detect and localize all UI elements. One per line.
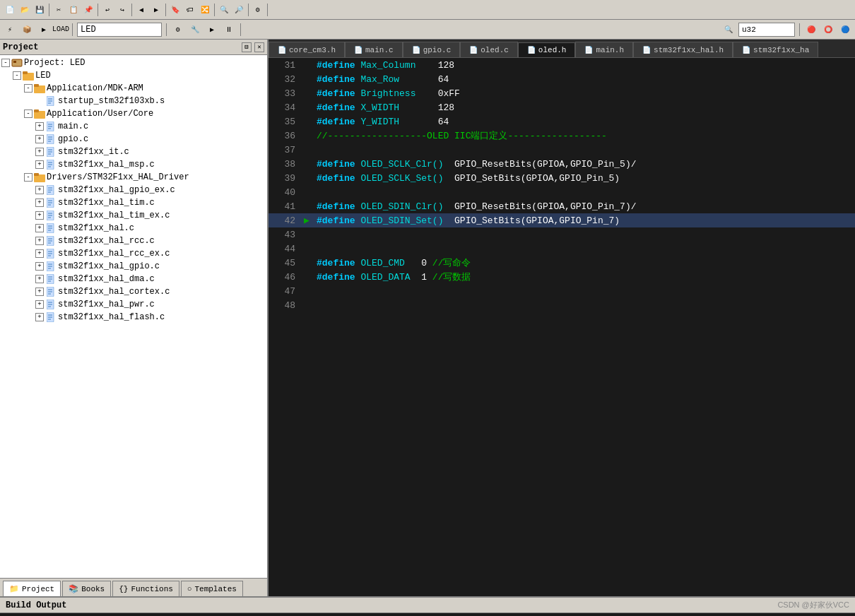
tb-icon-find2[interactable]: 🔎 — [232, 3, 246, 17]
tb2-load[interactable]: LOAD — [54, 23, 68, 37]
tb-icon-new[interactable]: 📄 — [3, 3, 17, 17]
macro-name: OLED_SDIN_Clr() — [360, 201, 443, 212]
code-line: 45#define OLED_CMD 0 //写命令 — [269, 256, 855, 270]
tree-collapse-btn[interactable]: - — [13, 71, 21, 80]
tb-icon-redo[interactable]: ↪ — [115, 3, 129, 17]
tree-expand-btn[interactable]: + — [35, 199, 44, 207]
tree-item[interactable]: +stm32f1xx_hal_rcc_ex.c — [1, 247, 266, 260]
editor-tab-stm32f1xx_ha[interactable]: 📄stm32f1xx_ha — [733, 42, 818, 57]
code-content[interactable]: 31#define Max_Column 12832#define Max_Ro… — [269, 58, 855, 596]
tb-icon-copy[interactable]: 📋 — [66, 3, 81, 17]
project-tab-templates[interactable]: ○Templates — [181, 581, 243, 596]
file-icon — [45, 134, 57, 144]
tree-collapse-btn[interactable]: - — [24, 84, 33, 93]
tb-icon-bookmark[interactable]: 🔖 — [168, 3, 182, 17]
build-content[interactable]: .\HARDWARE\OLED\oled.c(46): error: #20: … — [0, 613, 855, 616]
keyword-define: #define — [317, 60, 355, 71]
tree-item[interactable]: +stm32f1xx_hal_msp.c — [1, 158, 266, 171]
panel-close-btn[interactable]: ✕ — [254, 42, 264, 52]
tb-icon-undo[interactable]: ↩ — [100, 3, 114, 17]
tree-expand-btn[interactable]: + — [35, 224, 44, 232]
tree-expand-btn[interactable]: + — [35, 122, 44, 131]
tb2-debug3[interactable]: ▶ — [205, 23, 219, 37]
tree-item[interactable]: +main.c — [1, 120, 266, 133]
tree-item[interactable]: +stm32f1xx_hal_flash.c — [1, 311, 266, 324]
tree-collapse-btn[interactable]: - — [1, 59, 10, 67]
file-icon — [45, 147, 57, 157]
tree-collapse-btn[interactable]: - — [24, 109, 33, 118]
project-tab-functions[interactable]: {}Functions — [112, 581, 179, 596]
editor-tab-core_cm3_h[interactable]: 📄core_cm3.h — [269, 42, 345, 57]
tree-item[interactable]: +stm32f1xx_it.c — [1, 146, 266, 158]
tb2-icon2[interactable]: 📦 — [20, 23, 34, 37]
tb2-debug2[interactable]: 🔧 — [188, 23, 202, 37]
tree-item[interactable]: +stm32f1xx_hal_cortex.c — [1, 285, 266, 298]
tree-item[interactable]: +stm32f1xx_hal_gpio_ex.c — [1, 184, 266, 196]
tb2-icon1[interactable]: ⚡ — [3, 23, 17, 37]
editor-tab-stm32f1xx_hal_h[interactable]: 📄stm32f1xx_hal.h — [633, 42, 733, 57]
tree-item[interactable]: +stm32f1xx_hal_gpio.c — [1, 260, 266, 273]
editor-tab-main_h[interactable]: 📄main.h — [575, 42, 633, 57]
tb-icon-bm3[interactable]: 🔀 — [198, 3, 212, 17]
macro-value: 128 — [438, 102, 454, 113]
tree-expand-btn[interactable]: + — [35, 237, 44, 245]
tb-icon-save[interactable]: 💾 — [33, 3, 47, 17]
tb2-search[interactable]: 🔍 — [721, 23, 736, 37]
tb-icon-paste[interactable]: 📌 — [81, 3, 95, 17]
tb-icon-open[interactable]: 📂 — [18, 3, 32, 17]
tb2-debug4[interactable]: ⏸ — [222, 23, 236, 37]
tree-expand-btn[interactable]: + — [35, 160, 44, 169]
tree-expand-btn[interactable]: + — [35, 313, 44, 321]
target-input[interactable]: u32 — [738, 23, 795, 37]
tree-item[interactable]: -Application/MDK-ARM — [1, 82, 266, 95]
project-dropdown[interactable]: LED — [77, 23, 162, 37]
editor-tab-oled_h[interactable]: 📄oled.h — [518, 42, 576, 58]
tree-item[interactable]: +gpio.c — [1, 133, 266, 146]
tree-item[interactable]: -LED — [1, 69, 266, 82]
tree-item[interactable]: +stm32f1xx_hal_tim_ex.c — [1, 209, 266, 222]
tree-expand-btn[interactable]: + — [35, 288, 44, 296]
tb-icon-nav-back[interactable]: ◀ — [134, 3, 148, 17]
tb-icon-find[interactable]: 🔍 — [217, 3, 231, 17]
tree-expand-btn[interactable]: + — [35, 249, 44, 258]
tb-icon-bm2[interactable]: 🏷 — [183, 3, 197, 17]
tree-collapse-btn[interactable]: - — [24, 173, 33, 182]
tree-expand-btn[interactable]: + — [35, 186, 44, 194]
tree-item[interactable]: -Application/User/Core — [1, 107, 266, 120]
editor-tab-gpio_c[interactable]: 📄gpio.c — [403, 42, 461, 57]
tree-expand-btn[interactable]: + — [35, 211, 44, 220]
code-line: 35#define Y_WIDTH 64 — [269, 114, 855, 129]
panel-dock-btn[interactable]: ⊟ — [242, 42, 252, 52]
project-tab-project[interactable]: 📁Project — [3, 581, 61, 596]
tree-expand-btn[interactable]: + — [35, 148, 44, 156]
tb2-icon3[interactable]: ▶ — [37, 23, 51, 37]
tree-item[interactable]: +stm32f1xx_hal_pwr.c — [1, 298, 266, 311]
build-output: Build Output .\HARDWARE\OLED\oled.c(46):… — [0, 596, 855, 616]
tb-icon-cut[interactable]: ✂ — [52, 3, 66, 17]
tb2-misc3[interactable]: 🔵 — [838, 23, 852, 37]
editor-tab-main_c[interactable]: 📄main.c — [345, 42, 403, 57]
tree-expand-btn[interactable]: + — [35, 275, 44, 283]
tb2-misc2[interactable]: ⭕ — [821, 23, 835, 37]
keyword-define: #define — [317, 215, 355, 226]
tree-expand-btn[interactable]: + — [35, 262, 44, 271]
tb-icon-nav-fwd[interactable]: ▶ — [149, 3, 163, 17]
tree-label: stm32f1xx_hal_tim_ex.c — [58, 211, 170, 220]
tb2-debug1[interactable]: ⚙ — [171, 23, 185, 37]
tab-file-icon: 📄 — [742, 46, 750, 54]
tree-item[interactable]: +stm32f1xx_hal.c — [1, 222, 266, 235]
tree-item[interactable]: +stm32f1xx_hal_tim.c — [1, 196, 266, 209]
tb-icon-misc1[interactable]: ⚙ — [251, 3, 265, 17]
tree-item[interactable]: -Project: LED — [1, 57, 266, 69]
editor-tab-oled_c[interactable]: 📄oled.c — [460, 42, 518, 57]
tree-item[interactable]: -Drivers/STM32F1xx_HAL_Driver — [1, 171, 266, 184]
line-code: #define Max_Row 64 — [314, 74, 449, 85]
tree-item[interactable]: +stm32f1xx_hal_rcc.c — [1, 235, 266, 247]
project-tab-books[interactable]: 📚Books — [62, 581, 111, 596]
tree-expand-btn[interactable]: + — [35, 300, 44, 309]
tree-expand-btn[interactable]: + — [35, 135, 44, 143]
project-tabs: 📁Project📚Books{}Functions○Templates — [0, 578, 267, 596]
tree-item[interactable]: startup_stm32f103xb.s — [1, 95, 266, 107]
tree-item[interactable]: +stm32f1xx_hal_dma.c — [1, 273, 266, 285]
tb2-misc1[interactable]: 🔴 — [804, 23, 818, 37]
